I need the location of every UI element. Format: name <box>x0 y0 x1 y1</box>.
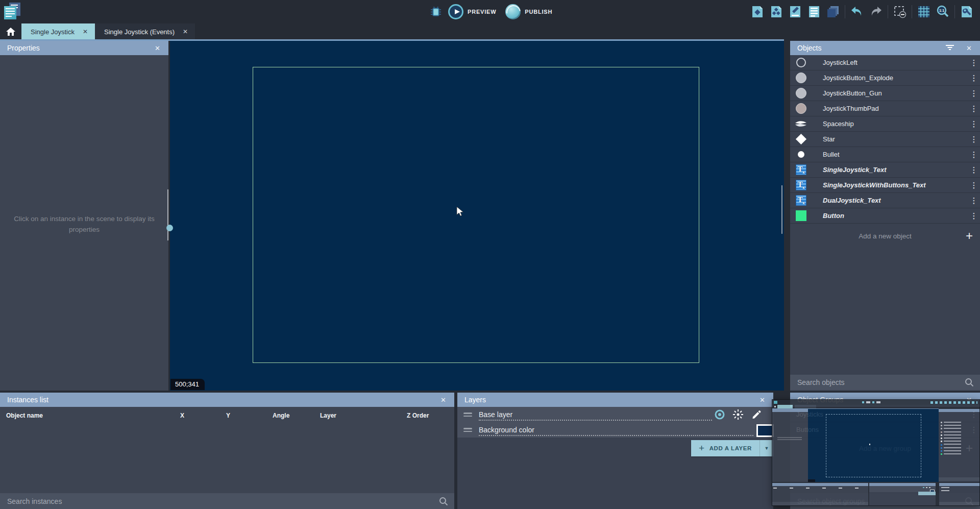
panel-resize-gutter[interactable] <box>781 185 782 234</box>
object-groups-button[interactable] <box>769 5 783 19</box>
preview-button[interactable]: PREVIEW <box>448 4 496 19</box>
pencil-icon <box>751 409 762 420</box>
mini-layers-panel <box>869 483 936 505</box>
drag-handle-icon[interactable] <box>463 411 472 418</box>
preview-publish-cluster: PREVIEW PUBLISH <box>429 0 552 23</box>
object-menu-icon[interactable]: ⋮ <box>968 74 980 83</box>
object-row[interactable]: JoystickThumbPad ⋮ <box>790 101 980 116</box>
close-icon[interactable]: ✕ <box>965 44 973 52</box>
clear-selection-button[interactable] <box>893 5 907 19</box>
panel-resize-handle[interactable] <box>166 225 173 231</box>
zoom-1-1-icon: 1:1 <box>936 5 949 18</box>
properties-panel-header: Properties ✕ <box>0 41 168 55</box>
debug-button[interactable] <box>429 5 443 19</box>
filter-icon[interactable] <box>946 45 954 51</box>
publish-button[interactable]: PUBLISH <box>505 4 552 19</box>
add-object-button[interactable] <box>750 5 765 19</box>
object-row[interactable]: Tx SingleJoystick_Text ⋮ <box>790 162 980 178</box>
search-icon <box>439 497 448 506</box>
close-icon[interactable]: ✕ <box>758 396 766 404</box>
mini-add-layer-button <box>918 492 936 495</box>
undo-button[interactable] <box>850 5 864 19</box>
drag-handle-icon[interactable] <box>463 426 472 433</box>
layer-row-base[interactable]: Base layer <box>457 407 773 422</box>
zoom-ratio-text: 1:1 <box>939 9 944 12</box>
layer-name-underline <box>479 420 712 421</box>
tab-home[interactable] <box>0 23 21 40</box>
tab-label: Single Joystick <box>31 28 75 36</box>
background-color-swatch[interactable] <box>756 424 774 437</box>
toolbar-divider <box>954 5 955 18</box>
circle-icon <box>794 88 807 99</box>
tab-scene[interactable]: Single Joystick ✕ <box>21 23 95 40</box>
object-menu-icon[interactable]: ⋮ <box>968 119 980 129</box>
object-menu-icon[interactable]: ⋮ <box>968 89 980 98</box>
object-menu-icon[interactable]: ⋮ <box>968 58 980 67</box>
mini-panel-header <box>772 483 868 486</box>
eye-icon <box>714 409 725 420</box>
object-menu-icon[interactable]: ⋮ <box>968 181 980 190</box>
object-row[interactable]: Star ⋮ <box>790 132 980 147</box>
plus-icon[interactable]: + <box>966 229 973 243</box>
scene-settings-button[interactable] <box>960 5 974 19</box>
mini-preview-publish <box>862 401 883 403</box>
properties-panel-button[interactable] <box>788 5 802 19</box>
project-manager-button[interactable] <box>4 3 21 20</box>
layers-panel-button[interactable] <box>826 5 840 19</box>
object-menu-icon[interactable]: ⋮ <box>968 211 980 221</box>
add-layer-dropdown[interactable]: ▼ <box>760 440 773 456</box>
tab-close-icon[interactable]: ✕ <box>182 28 189 36</box>
green-square-icon <box>794 210 807 221</box>
zoom-original-button[interactable]: 1:1 <box>936 5 950 19</box>
add-object-row[interactable]: Add a new object + <box>790 224 980 248</box>
instances-list-button[interactable] <box>807 5 821 19</box>
object-menu-icon[interactable]: ⋮ <box>968 104 980 113</box>
object-menu-icon[interactable]: ⋮ <box>968 196 980 205</box>
properties-panel-title: Properties <box>7 44 154 52</box>
object-row[interactable]: Tx SingleJoystickWithButtons_Text ⋮ <box>790 178 980 193</box>
mini-search-bar <box>772 502 868 505</box>
layer-row-background[interactable]: Background color <box>457 422 773 438</box>
objects-search-input[interactable] <box>796 378 965 387</box>
mini-home-tab <box>774 406 776 407</box>
mini-panel-header <box>772 409 808 412</box>
object-row[interactable]: Spaceship ⋮ <box>790 116 980 132</box>
effects-sparkle-icon <box>732 409 744 420</box>
scene-window-border <box>253 67 699 363</box>
tab-scene-events[interactable]: Single Joystick (Events) ✕ <box>95 23 195 40</box>
object-row[interactable]: JoystickButton_Explode ⋮ <box>790 70 980 86</box>
object-menu-icon[interactable]: ⋮ <box>968 135 980 144</box>
mini-project-icon <box>774 401 777 404</box>
object-menu-icon[interactable]: ⋮ <box>968 150 980 159</box>
mini-panel-header <box>939 483 979 486</box>
circle-outline-icon <box>794 58 807 67</box>
object-row[interactable]: Bullet ⋮ <box>790 147 980 162</box>
add-layer-button[interactable]: + ADD A LAYER ▼ <box>691 440 773 456</box>
object-row[interactable]: JoystickLeft ⋮ <box>790 55 980 70</box>
layer-edit-button[interactable] <box>749 407 764 422</box>
tab-close-icon[interactable]: ✕ <box>82 28 89 36</box>
object-row[interactable]: Button ⋮ <box>790 208 980 224</box>
scene-canvas[interactable]: 500;341 <box>170 41 784 391</box>
object-menu-icon[interactable]: ⋮ <box>968 165 980 175</box>
mini-object-groups-panel <box>939 483 979 505</box>
add-layer-label: ADD A LAYER <box>709 445 752 451</box>
mini-properties-panel <box>772 409 808 482</box>
layer-visibility-button[interactable] <box>713 407 727 422</box>
instances-search-input[interactable] <box>6 497 439 506</box>
panel-resize-gutter[interactable] <box>167 189 168 240</box>
gdevelop-window: PREVIEW PUBLISH <box>0 0 980 509</box>
undo-icon <box>850 5 864 18</box>
debug-bug-icon <box>429 5 443 18</box>
redo-button[interactable] <box>869 5 883 19</box>
layer-name: Background color <box>479 426 534 434</box>
object-row[interactable]: JoystickButton_Gun ⋮ <box>790 86 980 101</box>
toggle-grid-button[interactable] <box>917 5 931 19</box>
deselect-icon <box>893 5 906 18</box>
object-row[interactable]: Tx DualJoystick_Text ⋮ <box>790 193 980 208</box>
layer-effects-button[interactable] <box>731 407 745 422</box>
object-label: Spaceship <box>823 120 968 128</box>
properties-empty-hint: Click on an instance in the scene to dis… <box>8 213 161 235</box>
close-icon[interactable]: ✕ <box>154 44 161 52</box>
close-icon[interactable]: ✕ <box>439 396 447 404</box>
